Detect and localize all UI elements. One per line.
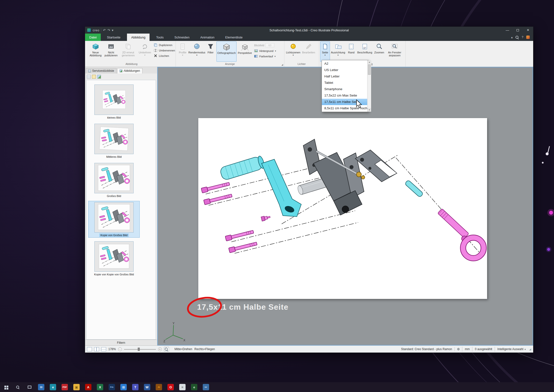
zoom-slider-thumb[interactable]: [138, 348, 140, 351]
layout-split-horizontal-icon[interactable]: [101, 347, 106, 351]
thumbnail-kopie-von-kopie-von-grosses-bild[interactable]: Kopie von Kopie von Großes Bild: [88, 240, 139, 277]
ausrichtung-button[interactable]: Ausrichtung ▾: [330, 41, 346, 62]
2d-erneut-generieren-button[interactable]: 2D erneut generieren: [119, 41, 137, 62]
seite-button[interactable]: Seite ▾: [320, 41, 330, 62]
layout-single-icon[interactable]: [87, 347, 92, 351]
rand-button[interactable]: Rand: [346, 41, 356, 62]
tab-datei[interactable]: Datei: [85, 34, 101, 41]
scroll-down-icon[interactable]: ▼: [367, 108, 371, 112]
nicht-publizieren-button[interactable]: Nicht publizieren: [103, 41, 119, 62]
dialog-launcher-icon[interactable]: ◢: [281, 63, 283, 66]
tab-elementliste[interactable]: Elementliste: [221, 34, 247, 41]
taskbar-app-store[interactable]: ⊞: [118, 382, 129, 392]
taskbar-app-illustrator[interactable]: Ai: [153, 382, 165, 392]
help-icon[interactable]: ?: [522, 36, 523, 39]
redo-icon[interactable]: ↷: [107, 29, 110, 32]
tab-tools[interactable]: Tools: [152, 34, 168, 41]
part-bracket-assembly[interactable]: [297, 139, 365, 215]
tab-abbildung[interactable]: Abbildung: [127, 34, 150, 41]
page-size-option-us-letter[interactable]: US Letter: [322, 67, 367, 73]
layout-split-vertical-icon[interactable]: [94, 347, 99, 351]
thumbnail-kopie-von-grosses-bild[interactable]: Kopie von Großes Bild: [88, 201, 139, 237]
drawing-page[interactable]: [198, 118, 487, 299]
button-label: Löschen: [159, 54, 169, 57]
beschriftung-button[interactable]: Beschriftung: [357, 41, 373, 62]
zoom-in-button[interactable]: +: [158, 347, 162, 351]
tab-abbildungen[interactable]: Abbildungen: [117, 68, 142, 74]
ribbon-collapse-icon[interactable]: ▴: [511, 36, 513, 39]
filter-button[interactable]: Filter: [205, 41, 216, 62]
page-size-option-smartphone[interactable]: Smartphone: [322, 86, 367, 92]
taskbar-app-opera[interactable]: O: [165, 382, 176, 392]
options-icon[interactable]: [526, 36, 530, 39]
part-crank-arm[interactable]: [262, 159, 301, 217]
lichtszenen-button[interactable]: Lichtszenen ▾: [285, 41, 301, 62]
orthographisch-button[interactable]: Orthographisch: [216, 41, 237, 62]
tab-animation[interactable]: Animation: [196, 34, 219, 41]
an-fenster-anpassen-button[interactable]: An Fenster anpassen: [386, 41, 403, 62]
zoom-out-button[interactable]: −: [118, 347, 122, 351]
part-pin[interactable]: [404, 180, 423, 198]
part-eye-bolt[interactable]: [438, 208, 486, 261]
loeschen-button[interactable]: Löschen: [153, 54, 175, 58]
scroll-up-icon[interactable]: ▲: [367, 60, 371, 64]
page-size-option-max-seite[interactable]: 17,5x22 cm Max Seite: [322, 92, 367, 99]
umkehren-button[interactable]: Umkehren ▾: [138, 41, 152, 62]
command-search-icon[interactable]: [516, 36, 519, 39]
duplizieren-button[interactable]: Duplizieren: [153, 43, 175, 47]
thumbnail-mittleres-bild[interactable]: Mittleres Bild: [88, 123, 139, 159]
taskbar-app-mail[interactable]: ✉: [35, 382, 47, 392]
minimize-button[interactable]: —: [502, 27, 513, 34]
thumbnail-grosses-bild[interactable]: Großes Bild: [88, 162, 139, 198]
zoomen-button[interactable]: Zoomen: [373, 41, 385, 62]
filter-bar[interactable]: Filtern: [85, 340, 157, 345]
part-bolts[interactable]: [201, 181, 257, 253]
part-handle-grip[interactable]: [219, 155, 265, 181]
profile-button[interactable]: Profile ▾: [177, 41, 189, 62]
bearbeiten-button[interactable]: Bearbeiten: [302, 41, 316, 62]
page-size-option-tablet[interactable]: Tablet: [322, 80, 367, 86]
start-button[interactable]: [0, 382, 12, 392]
resize-grip-icon[interactable]: ◢: [528, 348, 531, 351]
tab-schneiden[interactable]: Schneiden: [170, 34, 193, 41]
maximize-button[interactable]: [513, 27, 523, 34]
taskbar-app-file-explorer[interactable]: ▣: [71, 382, 82, 392]
blickfeld-input[interactable]: [265, 43, 274, 47]
farbverlauf-button[interactable]: Farbverlauf ▾: [253, 54, 282, 58]
taskbar-app-pdf-reader[interactable]: PDF: [59, 382, 71, 392]
taskbar-app-acrobat[interactable]: A: [82, 382, 94, 392]
qat-customize-icon[interactable]: ▾: [112, 29, 113, 32]
umbenennen-button[interactable]: Umbenennen: [153, 48, 175, 52]
hintergrund-button[interactable]: Hintergrund ▾: [253, 49, 282, 53]
taskbar-app-notepad[interactable]: ≡: [176, 382, 188, 392]
taskbar-app-edge-browser[interactable]: e: [47, 382, 59, 392]
taskbar-search-button[interactable]: [12, 382, 24, 392]
neue-abbildung-button[interactable]: Neue Abbildung: [88, 41, 103, 62]
tree-view-icon[interactable]: [87, 75, 91, 79]
rendermodus-button[interactable]: Rendermodus ▾: [189, 41, 205, 62]
folder-icon[interactable]: [92, 75, 96, 79]
undo-icon[interactable]: ↶: [103, 29, 106, 32]
part-flanged-nut[interactable]: [261, 215, 271, 221]
dropdown-scrollbar[interactable]: ▲ ▼: [367, 60, 371, 112]
scrollbar-thumb[interactable]: [368, 64, 371, 75]
task-view-button[interactable]: [24, 382, 35, 392]
taskbar-app-excel[interactable]: X: [94, 382, 106, 392]
zoom-slider[interactable]: [124, 347, 156, 351]
tab-startseite[interactable]: Startseite: [103, 34, 125, 41]
taskbar-app-eclipse[interactable]: e: [188, 382, 200, 392]
units-selector[interactable]: mm: [462, 347, 472, 352]
tab-servicestueckliste[interactable]: Servicestückliste: [86, 68, 116, 74]
page-size-option-half-letter[interactable]: Half Letter: [322, 73, 367, 80]
page-size-option-a2[interactable]: A2: [322, 61, 367, 67]
taskbar-app-snipping-tool[interactable]: ✂: [200, 382, 212, 392]
selection-mode-selector[interactable]: Intelligente Auswahl ▾: [495, 347, 528, 352]
taskbar-app-teams[interactable]: T: [129, 382, 141, 392]
close-button[interactable]: ×: [523, 27, 533, 34]
thumbnail-view-icon[interactable]: [97, 75, 101, 79]
perspektive-button[interactable]: Perspektive: [237, 41, 253, 62]
taskbar-app-framemaker[interactable]: Fm: [106, 382, 118, 392]
zoom-tool-button[interactable]: [164, 347, 169, 351]
thumbnail-kleines-bild[interactable]: kleines Bild: [88, 84, 139, 120]
taskbar-app-word[interactable]: W: [141, 382, 153, 392]
